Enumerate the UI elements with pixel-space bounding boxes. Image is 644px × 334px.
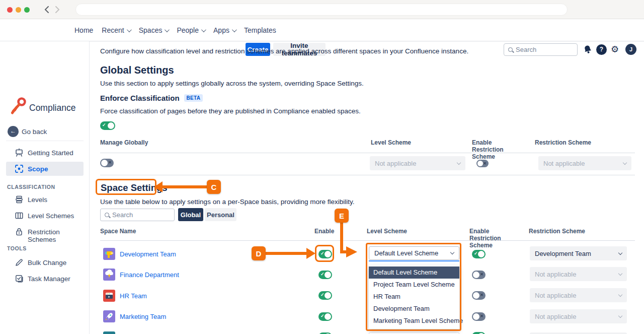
enforce-classification-description: Force classification of pages before the… bbox=[100, 107, 513, 115]
dropdown-option-marketing-team-level-scheme[interactable]: Marketing Team Level Scheme bbox=[369, 315, 459, 327]
annotation-badge-c: C bbox=[207, 180, 221, 194]
annotation-arrow-d bbox=[266, 252, 307, 255]
browser-back-icon[interactable] bbox=[43, 6, 50, 14]
enable-toggle-finance-department[interactable] bbox=[318, 271, 332, 279]
sidebar-item-level-schemes[interactable]: Level Schemes bbox=[6, 209, 84, 223]
notifications-bell-icon[interactable] bbox=[582, 44, 593, 55]
chevron-down-icon bbox=[165, 27, 170, 32]
restriction-scheme-select-finance-department[interactable]: Not applicable bbox=[530, 267, 627, 281]
global-enable-restriction-toggle[interactable] bbox=[476, 160, 489, 167]
enable-toggle-marketing-team[interactable] bbox=[318, 312, 332, 321]
col-restriction-scheme: Restriction Scheme bbox=[529, 228, 585, 235]
restriction-scheme-select-development-team[interactable]: Development Team bbox=[530, 246, 627, 260]
sidebar-divider bbox=[6, 141, 84, 141]
restriction-scheme-select-hr-team[interactable]: Not applicable bbox=[530, 288, 627, 302]
space-avatar-hr-team bbox=[103, 290, 115, 302]
browser-forward-icon[interactable] bbox=[54, 6, 61, 14]
storm-cloud-icon bbox=[103, 269, 115, 281]
browser-chrome bbox=[0, 0, 644, 19]
app-navbar: Confluence Home Recent Spaces People App… bbox=[0, 19, 644, 41]
sidebar-item-levels[interactable]: Levels bbox=[6, 192, 84, 207]
enable-toggle-hr-team[interactable] bbox=[318, 291, 332, 300]
space-link-marketing-team[interactable]: Marketing Team bbox=[120, 313, 166, 320]
chevron-down-icon bbox=[457, 160, 461, 164]
table-divider bbox=[100, 240, 635, 241]
table-divider bbox=[100, 153, 635, 153]
tab-personal[interactable]: Personal bbox=[205, 208, 236, 221]
dropdown-option-project-team-level-scheme[interactable]: Project Team Level Scheme bbox=[369, 279, 459, 291]
annotation-badge-d: D bbox=[252, 246, 266, 260]
global-restriction-scheme-select[interactable]: Not applicable bbox=[538, 156, 631, 170]
chevron-down-icon bbox=[232, 27, 237, 32]
restriction-toggle-development-team[interactable] bbox=[472, 250, 486, 258]
dropdown-option-hr-team[interactable]: HR Team bbox=[369, 291, 459, 303]
global-search[interactable] bbox=[504, 43, 578, 56]
space-avatar-development-team bbox=[103, 248, 115, 260]
nav-item-people[interactable]: People bbox=[177, 26, 205, 34]
space-avatar-finance-department bbox=[103, 269, 115, 281]
global-search-input[interactable] bbox=[516, 46, 573, 53]
page-intro: Configure how classification level and r… bbox=[100, 47, 513, 55]
columns-icon bbox=[15, 211, 24, 220]
global-level-scheme-select[interactable]: Not applicable bbox=[370, 156, 465, 170]
chevron-down-icon bbox=[623, 160, 627, 164]
nav-item-spaces[interactable]: Spaces bbox=[139, 26, 169, 34]
space-settings-description: Use the table below to apply settings on… bbox=[100, 198, 513, 206]
sidebar-item-restriction-schemes[interactable]: Restriction Schemes bbox=[6, 225, 84, 239]
dropdown-option-development-team[interactable]: Development Team bbox=[369, 303, 459, 315]
sidebar-item-getting-started[interactable]: Getting Started bbox=[6, 146, 84, 160]
global-settings-heading: Global Settings bbox=[100, 64, 174, 76]
chevron-down-icon bbox=[127, 27, 132, 32]
url-bar[interactable] bbox=[75, 4, 568, 16]
space-link-development-team[interactable]: Development Team bbox=[120, 250, 176, 258]
space-link-hr-team[interactable]: HR Team bbox=[120, 292, 147, 300]
browser-window-icon bbox=[103, 290, 115, 302]
user-avatar[interactable]: J bbox=[625, 44, 636, 55]
col-level-scheme: Level Scheme bbox=[367, 228, 407, 235]
col-enable-restriction-scheme: Enable Restriction Scheme bbox=[472, 139, 514, 160]
annotation-arrow-e-stem bbox=[340, 223, 343, 253]
manage-globally-toggle[interactable] bbox=[100, 159, 114, 167]
space-link-finance-department[interactable]: Finance Department bbox=[120, 271, 179, 279]
nav-item-home[interactable]: Home bbox=[74, 26, 93, 34]
nav-menu: Home Recent Spaces People Apps Templates bbox=[74, 19, 276, 41]
settings-gear-icon[interactable] bbox=[611, 43, 619, 55]
level-scheme-select-partial-row[interactable] bbox=[369, 332, 459, 334]
restriction-toggle-marketing-team[interactable] bbox=[472, 312, 486, 321]
restriction-toggle-hr-team[interactable] bbox=[472, 291, 486, 300]
restriction-scheme-select-marketing-team[interactable]: Not applicable bbox=[530, 309, 627, 323]
beta-badge: BETA bbox=[184, 94, 203, 102]
help-icon[interactable] bbox=[596, 44, 607, 55]
tab-global[interactable]: Global bbox=[178, 208, 203, 221]
level-scheme-select-development-team[interactable]: Default Level Scheme bbox=[369, 246, 459, 260]
dropdown-option-default-level-scheme[interactable]: Default Level Scheme bbox=[369, 266, 459, 279]
restriction-toggle-finance-department[interactable] bbox=[472, 271, 486, 279]
enforce-classification-heading: Enforce Classification bbox=[100, 94, 180, 102]
sidebar-item-scope[interactable]: Scope bbox=[6, 162, 84, 176]
go-back-label[interactable]: Go back bbox=[22, 128, 47, 136]
space-search[interactable] bbox=[100, 209, 175, 221]
enforce-classification-toggle[interactable] bbox=[100, 121, 115, 130]
chevron-down-icon bbox=[618, 313, 622, 317]
app-title: Compliance bbox=[29, 103, 75, 113]
col-enable-restriction-scheme: Enable Restriction Scheme bbox=[469, 228, 512, 249]
search-icon bbox=[105, 213, 109, 217]
window-zoom-button[interactable] bbox=[24, 7, 30, 13]
go-back-icon[interactable] bbox=[8, 126, 19, 137]
space-avatar-partial-row bbox=[103, 331, 115, 334]
col-level-scheme: Level Scheme bbox=[371, 139, 411, 146]
sidebar-item-task-manager[interactable]: Task Manager bbox=[6, 272, 84, 286]
sidebar: Compliance Go back Getting Started Scope… bbox=[0, 41, 90, 334]
chevron-down-icon bbox=[618, 250, 622, 254]
window-close-button[interactable] bbox=[7, 7, 13, 13]
enable-toggle-development-team[interactable] bbox=[318, 250, 332, 258]
restriction-toggle-partial-row[interactable] bbox=[472, 332, 486, 334]
annotation-arrow-c bbox=[162, 185, 207, 188]
nav-item-apps[interactable]: Apps bbox=[213, 26, 235, 34]
nav-item-recent[interactable]: Recent bbox=[102, 26, 130, 34]
window-minimize-button[interactable] bbox=[16, 7, 21, 13]
space-search-input[interactable] bbox=[112, 211, 170, 219]
sidebar-item-bulk-change[interactable]: Bulk Change bbox=[6, 255, 84, 270]
nav-item-templates[interactable]: Templates bbox=[244, 26, 276, 34]
levels-stack-icon bbox=[15, 195, 24, 204]
